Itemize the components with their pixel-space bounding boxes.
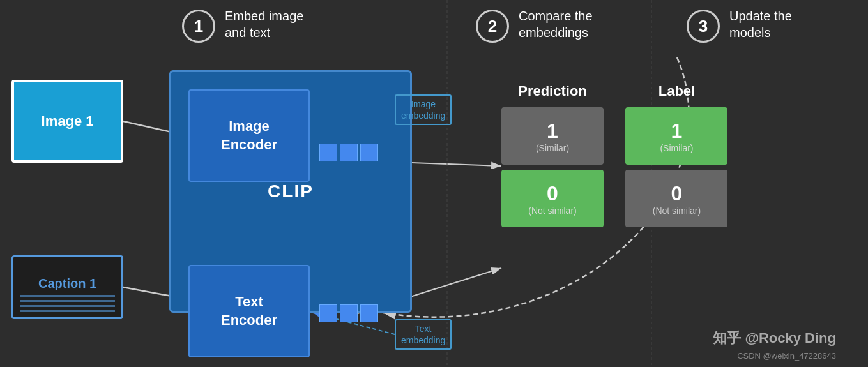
label-box2-num: 0 bbox=[671, 182, 683, 206]
diagram-container: 1 Embed imageand text 2 Compare theembed… bbox=[0, 0, 868, 367]
pred-box1-num: 1 bbox=[547, 119, 558, 143]
watermark-sub: CSDN @weixin_47228643 bbox=[737, 351, 836, 361]
prediction-label-section: Prediction 1 (Similar) 0 (Not similar) L… bbox=[501, 83, 727, 232]
emb-square-5 bbox=[340, 304, 358, 322]
text-encoder-box: TextEncoder bbox=[188, 265, 310, 357]
emb-square-2 bbox=[340, 144, 358, 161]
text-embedding-row bbox=[319, 304, 378, 322]
step-1-number: 1 bbox=[194, 17, 203, 36]
step-2-label: Compare theembeddings bbox=[519, 8, 593, 41]
caption-box: Caption 1 bbox=[11, 255, 123, 319]
caption-label: Caption 1 bbox=[38, 276, 96, 291]
prediction-box-1: 1 (Similar) bbox=[501, 107, 604, 165]
emb-square-6 bbox=[360, 304, 378, 322]
prediction-header: Prediction bbox=[501, 83, 604, 100]
label-box-2: 0 (Not similar) bbox=[625, 170, 727, 227]
step-3-number: 3 bbox=[699, 17, 708, 36]
label-column: Label 1 (Similar) 0 (Not similar) bbox=[625, 83, 727, 232]
emb-square-4 bbox=[319, 304, 337, 322]
label-header: Label bbox=[625, 83, 727, 100]
step-3-label: Update themodels bbox=[729, 8, 792, 41]
pred-box2-num: 0 bbox=[547, 182, 558, 206]
watermark-sub-text: CSDN @weixin_47228643 bbox=[737, 351, 836, 361]
step-2-number: 2 bbox=[488, 17, 497, 36]
text-encoder-label: TextEncoder bbox=[221, 293, 277, 329]
image-encoder-label: ImageEncoder bbox=[221, 117, 277, 154]
emb-square-3 bbox=[360, 144, 378, 161]
step-1-label: Embed imageand text bbox=[225, 8, 303, 41]
watermark: 知乎 @Rocky Ding bbox=[713, 329, 836, 348]
image-encoder-box: ImageEncoder bbox=[188, 89, 310, 182]
clip-label: CLIP bbox=[268, 181, 314, 202]
pred-box2-desc: (Not similar) bbox=[528, 206, 576, 216]
image-embedding-row bbox=[319, 144, 378, 161]
image-embedding-label: Image embedding bbox=[395, 94, 452, 125]
step-3-circle: 3 bbox=[687, 10, 720, 43]
text-embedding-text: Text embedding bbox=[401, 324, 445, 345]
prediction-box-2: 0 (Not similar) bbox=[501, 170, 604, 227]
arrows-svg bbox=[0, 0, 868, 367]
text-embedding-label: Text embedding bbox=[395, 319, 452, 350]
label-box1-num: 1 bbox=[671, 119, 683, 143]
label-box2-desc: (Not similar) bbox=[653, 206, 701, 216]
image-1-box: Image 1 bbox=[11, 80, 123, 163]
watermark-text: 知乎 @Rocky Ding bbox=[713, 330, 836, 346]
label-box1-desc: (Similar) bbox=[660, 143, 693, 153]
step-2-circle: 2 bbox=[476, 10, 509, 43]
emb-square-1 bbox=[319, 144, 337, 161]
image-embedding-text: Image embedding bbox=[401, 99, 445, 121]
prediction-column: Prediction 1 (Similar) 0 (Not similar) bbox=[501, 83, 604, 232]
pred-box1-desc: (Similar) bbox=[536, 143, 569, 153]
image-1-label: Image 1 bbox=[42, 113, 94, 130]
step-1-circle: 1 bbox=[182, 10, 215, 43]
label-box-1: 1 (Similar) bbox=[625, 107, 727, 165]
